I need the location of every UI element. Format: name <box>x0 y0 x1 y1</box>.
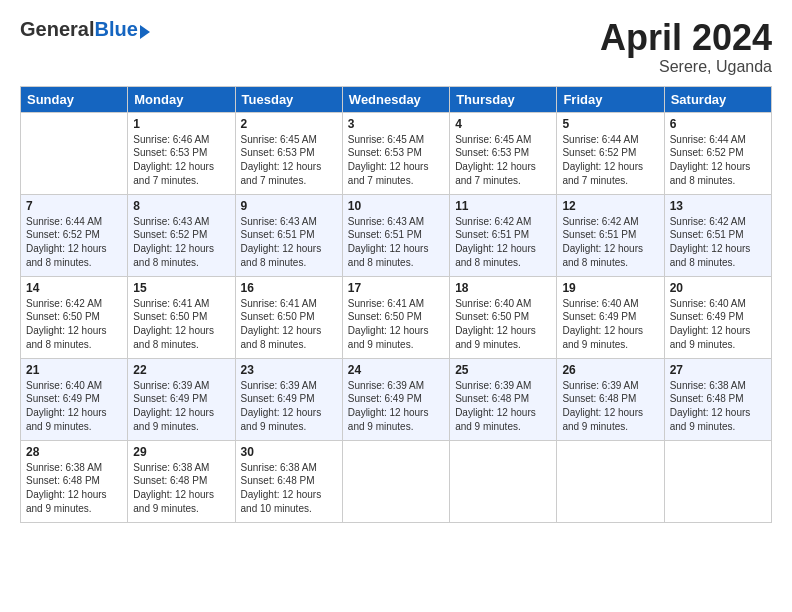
day-number: 23 <box>241 363 337 377</box>
calendar-cell: 4Sunrise: 6:45 AMSunset: 6:53 PMDaylight… <box>450 112 557 194</box>
calendar-cell: 21Sunrise: 6:40 AMSunset: 6:49 PMDayligh… <box>21 358 128 440</box>
calendar-cell: 22Sunrise: 6:39 AMSunset: 6:49 PMDayligh… <box>128 358 235 440</box>
calendar-row-3: 14Sunrise: 6:42 AMSunset: 6:50 PMDayligh… <box>21 276 772 358</box>
day-info: Sunrise: 6:41 AMSunset: 6:50 PMDaylight:… <box>348 298 429 350</box>
day-info: Sunrise: 6:39 AMSunset: 6:48 PMDaylight:… <box>562 380 643 432</box>
calendar-cell: 24Sunrise: 6:39 AMSunset: 6:49 PMDayligh… <box>342 358 449 440</box>
calendar-row-5: 28Sunrise: 6:38 AMSunset: 6:48 PMDayligh… <box>21 440 772 522</box>
day-number: 12 <box>562 199 658 213</box>
calendar-cell <box>342 440 449 522</box>
logo-blue: Blue <box>94 18 137 41</box>
calendar-cell: 30Sunrise: 6:38 AMSunset: 6:48 PMDayligh… <box>235 440 342 522</box>
day-number: 11 <box>455 199 551 213</box>
calendar-cell: 16Sunrise: 6:41 AMSunset: 6:50 PMDayligh… <box>235 276 342 358</box>
day-info: Sunrise: 6:43 AMSunset: 6:52 PMDaylight:… <box>133 216 214 268</box>
calendar-cell: 20Sunrise: 6:40 AMSunset: 6:49 PMDayligh… <box>664 276 771 358</box>
day-info: Sunrise: 6:41 AMSunset: 6:50 PMDaylight:… <box>133 298 214 350</box>
day-number: 18 <box>455 281 551 295</box>
calendar-cell <box>557 440 664 522</box>
calendar-row-4: 21Sunrise: 6:40 AMSunset: 6:49 PMDayligh… <box>21 358 772 440</box>
calendar-cell: 1Sunrise: 6:46 AMSunset: 6:53 PMDaylight… <box>128 112 235 194</box>
calendar-cell: 12Sunrise: 6:42 AMSunset: 6:51 PMDayligh… <box>557 194 664 276</box>
day-info: Sunrise: 6:45 AMSunset: 6:53 PMDaylight:… <box>241 134 322 186</box>
day-info: Sunrise: 6:38 AMSunset: 6:48 PMDaylight:… <box>670 380 751 432</box>
month-title: April 2024 <box>600 18 772 58</box>
day-number: 14 <box>26 281 122 295</box>
calendar-cell: 2Sunrise: 6:45 AMSunset: 6:53 PMDaylight… <box>235 112 342 194</box>
day-number: 27 <box>670 363 766 377</box>
calendar-cell: 7Sunrise: 6:44 AMSunset: 6:52 PMDaylight… <box>21 194 128 276</box>
calendar-row-2: 7Sunrise: 6:44 AMSunset: 6:52 PMDaylight… <box>21 194 772 276</box>
calendar-cell: 14Sunrise: 6:42 AMSunset: 6:50 PMDayligh… <box>21 276 128 358</box>
day-info: Sunrise: 6:42 AMSunset: 6:51 PMDaylight:… <box>670 216 751 268</box>
day-info: Sunrise: 6:44 AMSunset: 6:52 PMDaylight:… <box>26 216 107 268</box>
calendar-cell: 28Sunrise: 6:38 AMSunset: 6:48 PMDayligh… <box>21 440 128 522</box>
title-area: April 2024 Serere, Uganda <box>600 18 772 76</box>
calendar-cell <box>21 112 128 194</box>
day-info: Sunrise: 6:43 AMSunset: 6:51 PMDaylight:… <box>348 216 429 268</box>
calendar-cell: 10Sunrise: 6:43 AMSunset: 6:51 PMDayligh… <box>342 194 449 276</box>
day-number: 19 <box>562 281 658 295</box>
calendar-cell: 26Sunrise: 6:39 AMSunset: 6:48 PMDayligh… <box>557 358 664 440</box>
day-number: 24 <box>348 363 444 377</box>
day-info: Sunrise: 6:38 AMSunset: 6:48 PMDaylight:… <box>241 462 322 514</box>
calendar-cell: 5Sunrise: 6:44 AMSunset: 6:52 PMDaylight… <box>557 112 664 194</box>
calendar-row-1: 1Sunrise: 6:46 AMSunset: 6:53 PMDaylight… <box>21 112 772 194</box>
calendar-cell: 29Sunrise: 6:38 AMSunset: 6:48 PMDayligh… <box>128 440 235 522</box>
calendar-cell <box>450 440 557 522</box>
day-info: Sunrise: 6:39 AMSunset: 6:49 PMDaylight:… <box>133 380 214 432</box>
day-number: 20 <box>670 281 766 295</box>
day-number: 28 <box>26 445 122 459</box>
header: General Blue April 2024 Serere, Uganda <box>20 18 772 76</box>
day-info: Sunrise: 6:45 AMSunset: 6:53 PMDaylight:… <box>348 134 429 186</box>
calendar-page: General Blue April 2024 Serere, Uganda S… <box>0 0 792 612</box>
day-info: Sunrise: 6:38 AMSunset: 6:48 PMDaylight:… <box>26 462 107 514</box>
logo-general: General <box>20 18 94 41</box>
day-number: 26 <box>562 363 658 377</box>
calendar-cell: 11Sunrise: 6:42 AMSunset: 6:51 PMDayligh… <box>450 194 557 276</box>
day-info: Sunrise: 6:42 AMSunset: 6:50 PMDaylight:… <box>26 298 107 350</box>
day-number: 22 <box>133 363 229 377</box>
day-number: 6 <box>670 117 766 131</box>
day-info: Sunrise: 6:43 AMSunset: 6:51 PMDaylight:… <box>241 216 322 268</box>
day-number: 30 <box>241 445 337 459</box>
day-info: Sunrise: 6:46 AMSunset: 6:53 PMDaylight:… <box>133 134 214 186</box>
day-info: Sunrise: 6:39 AMSunset: 6:49 PMDaylight:… <box>241 380 322 432</box>
day-info: Sunrise: 6:42 AMSunset: 6:51 PMDaylight:… <box>562 216 643 268</box>
calendar-cell: 25Sunrise: 6:39 AMSunset: 6:48 PMDayligh… <box>450 358 557 440</box>
day-number: 1 <box>133 117 229 131</box>
day-info: Sunrise: 6:44 AMSunset: 6:52 PMDaylight:… <box>562 134 643 186</box>
day-number: 2 <box>241 117 337 131</box>
day-number: 21 <box>26 363 122 377</box>
day-number: 8 <box>133 199 229 213</box>
calendar-cell: 13Sunrise: 6:42 AMSunset: 6:51 PMDayligh… <box>664 194 771 276</box>
col-tuesday: Tuesday <box>235 86 342 112</box>
calendar-cell: 19Sunrise: 6:40 AMSunset: 6:49 PMDayligh… <box>557 276 664 358</box>
day-info: Sunrise: 6:40 AMSunset: 6:49 PMDaylight:… <box>562 298 643 350</box>
day-info: Sunrise: 6:40 AMSunset: 6:50 PMDaylight:… <box>455 298 536 350</box>
calendar-cell: 6Sunrise: 6:44 AMSunset: 6:52 PMDaylight… <box>664 112 771 194</box>
col-sunday: Sunday <box>21 86 128 112</box>
day-number: 7 <box>26 199 122 213</box>
day-number: 17 <box>348 281 444 295</box>
day-info: Sunrise: 6:40 AMSunset: 6:49 PMDaylight:… <box>670 298 751 350</box>
day-info: Sunrise: 6:42 AMSunset: 6:51 PMDaylight:… <box>455 216 536 268</box>
col-saturday: Saturday <box>664 86 771 112</box>
calendar-cell <box>664 440 771 522</box>
day-number: 29 <box>133 445 229 459</box>
day-info: Sunrise: 6:40 AMSunset: 6:49 PMDaylight:… <box>26 380 107 432</box>
calendar-cell: 3Sunrise: 6:45 AMSunset: 6:53 PMDaylight… <box>342 112 449 194</box>
day-info: Sunrise: 6:45 AMSunset: 6:53 PMDaylight:… <box>455 134 536 186</box>
logo: General Blue <box>20 18 150 41</box>
day-info: Sunrise: 6:39 AMSunset: 6:48 PMDaylight:… <box>455 380 536 432</box>
calendar-header-row: Sunday Monday Tuesday Wednesday Thursday… <box>21 86 772 112</box>
day-number: 25 <box>455 363 551 377</box>
col-friday: Friday <box>557 86 664 112</box>
logo-arrow-icon <box>140 25 150 39</box>
day-info: Sunrise: 6:38 AMSunset: 6:48 PMDaylight:… <box>133 462 214 514</box>
day-number: 15 <box>133 281 229 295</box>
day-number: 13 <box>670 199 766 213</box>
day-number: 16 <box>241 281 337 295</box>
col-monday: Monday <box>128 86 235 112</box>
calendar-cell: 27Sunrise: 6:38 AMSunset: 6:48 PMDayligh… <box>664 358 771 440</box>
